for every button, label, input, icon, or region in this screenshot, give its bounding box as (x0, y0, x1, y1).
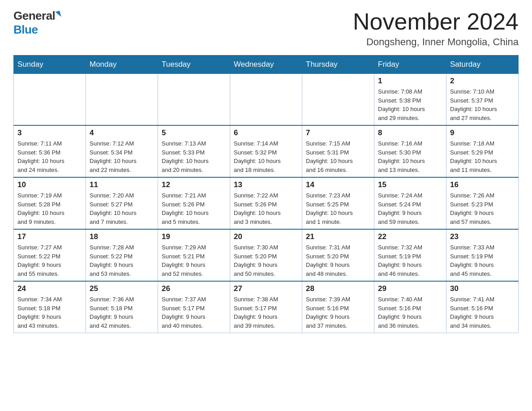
day-number: 23 (450, 232, 515, 241)
column-header-monday: Monday (86, 56, 158, 74)
day-info: Sunrise: 7:19 AM Sunset: 5:28 PM Dayligh… (17, 191, 82, 226)
day-number: 15 (378, 180, 442, 189)
calendar-cell: 17Sunrise: 7:27 AM Sunset: 5:22 PM Dayli… (14, 229, 86, 281)
day-info: Sunrise: 7:40 AM Sunset: 5:16 PM Dayligh… (378, 295, 442, 330)
day-info: Sunrise: 7:37 AM Sunset: 5:17 PM Dayligh… (162, 295, 226, 330)
day-number: 26 (162, 284, 226, 293)
calendar-cell: 3Sunrise: 7:11 AM Sunset: 5:36 PM Daylig… (14, 125, 86, 177)
calendar-cell: 7Sunrise: 7:15 AM Sunset: 5:31 PM Daylig… (302, 125, 374, 177)
calendar-cell (158, 74, 230, 126)
title-area: November 2024 Dongsheng, Inner Mongolia,… (353, 9, 519, 48)
calendar-cell: 21Sunrise: 7:31 AM Sunset: 5:20 PM Dayli… (302, 229, 374, 281)
calendar-cell (86, 74, 158, 126)
day-number: 18 (90, 232, 154, 241)
day-info: Sunrise: 7:13 AM Sunset: 5:33 PM Dayligh… (162, 139, 226, 174)
day-number: 13 (234, 180, 298, 189)
calendar-week-row: 24Sunrise: 7:34 AM Sunset: 5:18 PM Dayli… (14, 281, 519, 333)
calendar-cell: 26Sunrise: 7:37 AM Sunset: 5:17 PM Dayli… (158, 281, 230, 333)
calendar-cell (14, 74, 86, 126)
calendar-cell: 16Sunrise: 7:26 AM Sunset: 5:23 PM Dayli… (446, 177, 519, 229)
day-info: Sunrise: 7:26 AM Sunset: 5:23 PM Dayligh… (450, 191, 515, 226)
calendar-cell: 27Sunrise: 7:38 AM Sunset: 5:17 PM Dayli… (230, 281, 302, 333)
column-header-wednesday: Wednesday (230, 56, 302, 74)
day-info: Sunrise: 7:34 AM Sunset: 5:18 PM Dayligh… (17, 295, 82, 330)
calendar-cell: 12Sunrise: 7:21 AM Sunset: 5:26 PM Dayli… (158, 177, 230, 229)
day-info: Sunrise: 7:16 AM Sunset: 5:30 PM Dayligh… (378, 139, 442, 174)
calendar-header-row: SundayMondayTuesdayWednesdayThursdayFrid… (14, 56, 519, 74)
day-info: Sunrise: 7:22 AM Sunset: 5:26 PM Dayligh… (234, 191, 298, 226)
day-number: 6 (234, 128, 298, 137)
logo: General Blue (13, 9, 60, 37)
column-header-tuesday: Tuesday (158, 56, 230, 74)
day-number: 30 (450, 284, 515, 293)
day-number: 12 (162, 180, 226, 189)
day-info: Sunrise: 7:32 AM Sunset: 5:19 PM Dayligh… (378, 243, 442, 278)
day-info: Sunrise: 7:30 AM Sunset: 5:20 PM Dayligh… (234, 243, 298, 278)
column-header-thursday: Thursday (302, 56, 374, 74)
calendar-cell: 25Sunrise: 7:36 AM Sunset: 5:18 PM Dayli… (86, 281, 158, 333)
day-number: 16 (450, 180, 515, 189)
column-header-friday: Friday (374, 56, 446, 74)
calendar-cell: 11Sunrise: 7:20 AM Sunset: 5:27 PM Dayli… (86, 177, 158, 229)
calendar-cell: 8Sunrise: 7:16 AM Sunset: 5:30 PM Daylig… (374, 125, 446, 177)
day-info: Sunrise: 7:38 AM Sunset: 5:17 PM Dayligh… (234, 295, 298, 330)
day-info: Sunrise: 7:28 AM Sunset: 5:22 PM Dayligh… (90, 243, 154, 278)
day-number: 28 (306, 284, 370, 293)
day-number: 17 (17, 232, 82, 241)
calendar-cell: 5Sunrise: 7:13 AM Sunset: 5:33 PM Daylig… (158, 125, 230, 177)
column-header-sunday: Sunday (14, 56, 86, 74)
calendar-table: SundayMondayTuesdayWednesdayThursdayFrid… (13, 55, 519, 333)
month-title: November 2024 (353, 9, 519, 34)
day-info: Sunrise: 7:15 AM Sunset: 5:31 PM Dayligh… (306, 139, 370, 174)
day-number: 21 (306, 232, 370, 241)
calendar-cell: 6Sunrise: 7:14 AM Sunset: 5:32 PM Daylig… (230, 125, 302, 177)
calendar-cell: 23Sunrise: 7:33 AM Sunset: 5:19 PM Dayli… (446, 229, 519, 281)
day-info: Sunrise: 7:10 AM Sunset: 5:37 PM Dayligh… (450, 87, 515, 122)
day-number: 8 (378, 128, 442, 137)
day-info: Sunrise: 7:31 AM Sunset: 5:20 PM Dayligh… (306, 243, 370, 278)
calendar-cell: 10Sunrise: 7:19 AM Sunset: 5:28 PM Dayli… (14, 177, 86, 229)
calendar-week-row: 3Sunrise: 7:11 AM Sunset: 5:36 PM Daylig… (14, 125, 519, 177)
calendar-cell (302, 74, 374, 126)
calendar-cell: 1Sunrise: 7:08 AM Sunset: 5:38 PM Daylig… (374, 74, 446, 126)
calendar-cell: 9Sunrise: 7:18 AM Sunset: 5:29 PM Daylig… (446, 125, 519, 177)
day-info: Sunrise: 7:20 AM Sunset: 5:27 PM Dayligh… (90, 191, 154, 226)
logo-general-text: General (13, 9, 55, 23)
calendar-cell: 15Sunrise: 7:24 AM Sunset: 5:24 PM Dayli… (374, 177, 446, 229)
day-info: Sunrise: 7:12 AM Sunset: 5:34 PM Dayligh… (90, 139, 154, 174)
calendar-cell: 20Sunrise: 7:30 AM Sunset: 5:20 PM Dayli… (230, 229, 302, 281)
location-subtitle: Dongsheng, Inner Mongolia, China (353, 36, 519, 48)
day-number: 2 (450, 77, 515, 86)
day-info: Sunrise: 7:39 AM Sunset: 5:16 PM Dayligh… (306, 295, 370, 330)
day-number: 24 (17, 284, 82, 293)
calendar-cell: 24Sunrise: 7:34 AM Sunset: 5:18 PM Dayli… (14, 281, 86, 333)
day-number: 22 (378, 232, 442, 241)
calendar-cell: 22Sunrise: 7:32 AM Sunset: 5:19 PM Dayli… (374, 229, 446, 281)
calendar-cell: 14Sunrise: 7:23 AM Sunset: 5:25 PM Dayli… (302, 177, 374, 229)
day-info: Sunrise: 7:23 AM Sunset: 5:25 PM Dayligh… (306, 191, 370, 226)
page-header: General Blue November 2024 Dongsheng, In… (13, 9, 519, 48)
calendar-cell: 18Sunrise: 7:28 AM Sunset: 5:22 PM Dayli… (86, 229, 158, 281)
day-number: 3 (17, 128, 82, 137)
calendar-cell: 30Sunrise: 7:41 AM Sunset: 5:16 PM Dayli… (446, 281, 519, 333)
day-info: Sunrise: 7:36 AM Sunset: 5:18 PM Dayligh… (90, 295, 154, 330)
calendar-cell: 29Sunrise: 7:40 AM Sunset: 5:16 PM Dayli… (374, 281, 446, 333)
calendar-cell: 13Sunrise: 7:22 AM Sunset: 5:26 PM Dayli… (230, 177, 302, 229)
calendar-week-row: 1Sunrise: 7:08 AM Sunset: 5:38 PM Daylig… (14, 74, 519, 126)
day-info: Sunrise: 7:21 AM Sunset: 5:26 PM Dayligh… (162, 191, 226, 226)
day-number: 19 (162, 232, 226, 241)
day-number: 29 (378, 284, 442, 293)
day-info: Sunrise: 7:24 AM Sunset: 5:24 PM Dayligh… (378, 191, 442, 226)
day-info: Sunrise: 7:27 AM Sunset: 5:22 PM Dayligh… (17, 243, 82, 278)
logo-blue-text: Blue (13, 23, 38, 37)
calendar-cell: 2Sunrise: 7:10 AM Sunset: 5:37 PM Daylig… (446, 74, 519, 126)
day-number: 14 (306, 180, 370, 189)
calendar-week-row: 10Sunrise: 7:19 AM Sunset: 5:28 PM Dayli… (14, 177, 519, 229)
day-number: 1 (378, 77, 442, 86)
column-header-saturday: Saturday (446, 56, 519, 74)
day-info: Sunrise: 7:18 AM Sunset: 5:29 PM Dayligh… (450, 139, 515, 174)
logo-triangle-icon (56, 10, 61, 17)
day-number: 9 (450, 128, 515, 137)
day-number: 27 (234, 284, 298, 293)
day-number: 7 (306, 128, 370, 137)
